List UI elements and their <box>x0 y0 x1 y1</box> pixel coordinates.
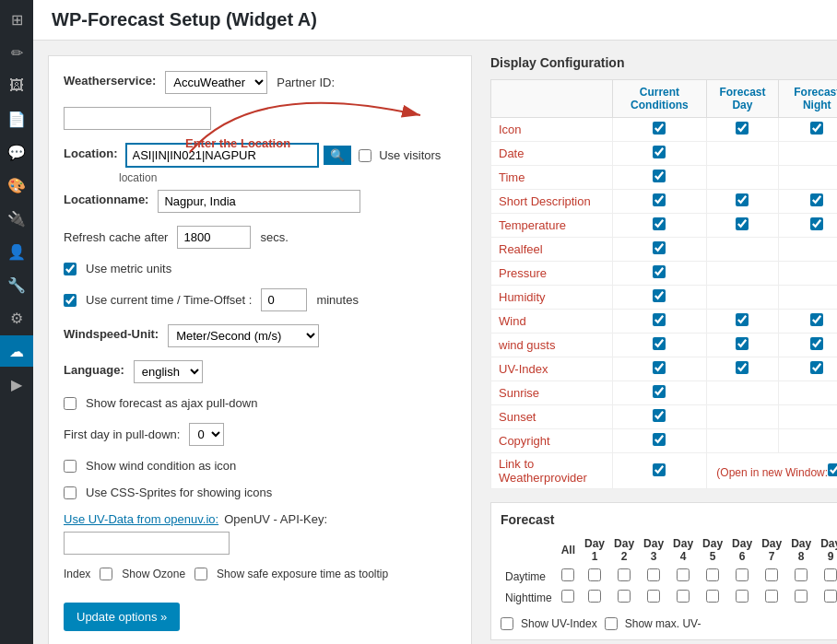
tools-icon[interactable]: 🔧 <box>0 269 33 300</box>
refresh-input[interactable] <box>177 226 251 249</box>
location-input[interactable] <box>125 143 319 168</box>
forecast-day-checkbox[interactable] <box>765 568 778 581</box>
locationname-row: Locationname: <box>64 190 456 213</box>
night-checkbox[interactable] <box>810 361 823 374</box>
current-checkbox[interactable] <box>653 313 666 326</box>
show-ozone-checkbox[interactable] <box>100 568 112 580</box>
forecast-day-checkbox[interactable] <box>677 590 690 603</box>
windspeed-select[interactable]: Meter/Second (m/s) Miles/Hour (mph) Kilo… <box>168 324 319 347</box>
uv-api-input[interactable] <box>64 532 230 555</box>
forecast-day-checkbox[interactable] <box>677 568 690 581</box>
metric-checkbox[interactable] <box>64 263 77 275</box>
forecast-day-checkbox[interactable] <box>561 568 574 581</box>
forecast-day-checkbox[interactable] <box>795 590 808 603</box>
app-layout: ⊞ ✏ 🖼 📄 💬 🎨 🔌 👤 🔧 ⚙ ☁ ▶ WP-Forecast Setu… <box>0 0 837 644</box>
day-checkbox[interactable] <box>736 313 749 326</box>
locationname-input[interactable] <box>158 190 360 213</box>
night-checkbox[interactable] <box>810 337 823 350</box>
update-button[interactable]: Update options » <box>64 603 180 631</box>
location-search-button[interactable]: 🔍 <box>324 146 351 165</box>
show-max-uv-checkbox[interactable] <box>605 617 618 630</box>
current-checkbox[interactable] <box>653 361 666 374</box>
night-checkbox[interactable] <box>810 313 823 326</box>
forecast-day-checkbox[interactable] <box>824 590 837 603</box>
current-checkbox[interactable] <box>653 433 666 446</box>
forecast-col-all: All <box>557 534 580 566</box>
current-checkbox[interactable] <box>653 385 666 398</box>
forecast-day-checkbox[interactable] <box>706 590 719 603</box>
forecast-day-checkbox[interactable] <box>736 568 749 581</box>
play-icon[interactable]: ▶ <box>0 369 33 400</box>
night-checkbox[interactable] <box>810 122 823 135</box>
display-row-night-check <box>779 381 837 405</box>
forecast-day-checkbox[interactable] <box>588 568 601 581</box>
css-sprites-checkbox[interactable] <box>64 486 77 499</box>
forecast-day-checkbox-cell <box>786 587 816 608</box>
forecast-day-checkbox[interactable] <box>647 590 660 603</box>
forecast-day-checkbox[interactable] <box>706 568 719 581</box>
forecast-day-checkbox[interactable] <box>824 568 837 581</box>
open-new-window-checkbox[interactable] <box>828 463 837 476</box>
forecast-col-day5: Day 5 <box>698 534 727 566</box>
current-checkbox[interactable] <box>653 289 666 302</box>
forecast-day-checkbox[interactable] <box>736 590 749 603</box>
forecast-day-checkbox[interactable] <box>795 568 808 581</box>
use-visitors-checkbox[interactable] <box>359 149 371 162</box>
current-checkbox[interactable] <box>653 217 666 230</box>
ajax-row: Show forecast as ajax pull-down <box>64 396 456 410</box>
current-checkbox[interactable] <box>653 193 666 206</box>
users-icon[interactable]: 👤 <box>0 236 33 267</box>
media-icon[interactable]: 🖼 <box>0 70 33 101</box>
forecast-section: Forecast All Day 1 Day 2 Day 3 Day 4 Day… <box>490 502 837 640</box>
col-night-header: Forecast Night <box>779 80 837 118</box>
location-input-container: 🔍 Enter the Location <box>125 143 352 168</box>
current-checkbox[interactable] <box>653 170 666 182</box>
display-row-current-check <box>613 310 706 334</box>
settings-icon[interactable]: ⚙ <box>0 302 33 334</box>
firstday-label: First day in pull-down: <box>64 427 180 441</box>
current-checkbox[interactable] <box>653 122 666 135</box>
weatherservice-select[interactable]: AccuWeather Weather.com OpenWeather <box>165 71 267 94</box>
dashboard-icon[interactable]: ⊞ <box>0 4 33 35</box>
plugins-icon[interactable]: 🔌 <box>0 203 33 234</box>
forecast-day-checkbox-cell <box>727 587 757 608</box>
uv-link[interactable]: Use UV-Data from openuv.io: <box>64 512 218 526</box>
time-offset-checkbox[interactable] <box>64 294 77 307</box>
partner-id-input[interactable] <box>64 107 211 130</box>
current-checkbox[interactable] <box>653 337 666 350</box>
forecast-day-checkbox[interactable] <box>588 590 601 603</box>
forecast-day-checkbox[interactable] <box>618 568 631 581</box>
day-checkbox[interactable] <box>736 193 749 206</box>
col-current-header: Current Conditions <box>613 80 706 118</box>
language-select[interactable]: english german french <box>134 360 203 383</box>
current-checkbox[interactable] <box>653 241 666 254</box>
forecast-day-checkbox[interactable] <box>647 568 660 581</box>
night-checkbox[interactable] <box>810 193 823 206</box>
pages-icon[interactable]: 📄 <box>0 103 33 135</box>
night-checkbox[interactable] <box>810 217 823 230</box>
firstday-select[interactable]: 0123 <box>189 423 224 446</box>
forecast-day-checkbox[interactable] <box>765 590 778 603</box>
current-checkbox[interactable] <box>653 265 666 278</box>
locationname-label: Locationname: <box>64 193 148 206</box>
wind-icon-checkbox[interactable] <box>64 460 77 473</box>
forecast-day-checkbox[interactable] <box>618 590 631 603</box>
wind-icon-label: Show wind condition as icon <box>86 459 236 473</box>
posts-icon[interactable]: ✏ <box>0 37 33 68</box>
use-visitors-label: Use visitors <box>379 148 441 162</box>
forecast-day-checkbox[interactable] <box>561 590 574 603</box>
day-checkbox[interactable] <box>736 122 749 135</box>
current-checkbox[interactable] <box>653 463 666 476</box>
comments-icon[interactable]: 💬 <box>0 136 33 168</box>
safe-exposure-checkbox[interactable] <box>195 568 207 580</box>
current-checkbox[interactable] <box>653 409 666 422</box>
day-checkbox[interactable] <box>736 361 749 374</box>
show-uv-index-checkbox[interactable] <box>501 617 513 630</box>
ajax-checkbox[interactable] <box>64 397 77 410</box>
day-checkbox[interactable] <box>736 217 749 230</box>
day-checkbox[interactable] <box>736 337 749 350</box>
current-checkbox[interactable] <box>653 146 666 158</box>
time-offset-input[interactable] <box>261 288 307 311</box>
appearance-icon[interactable]: 🎨 <box>0 170 33 201</box>
forecast-plugin-icon[interactable]: ☁ <box>0 335 33 367</box>
